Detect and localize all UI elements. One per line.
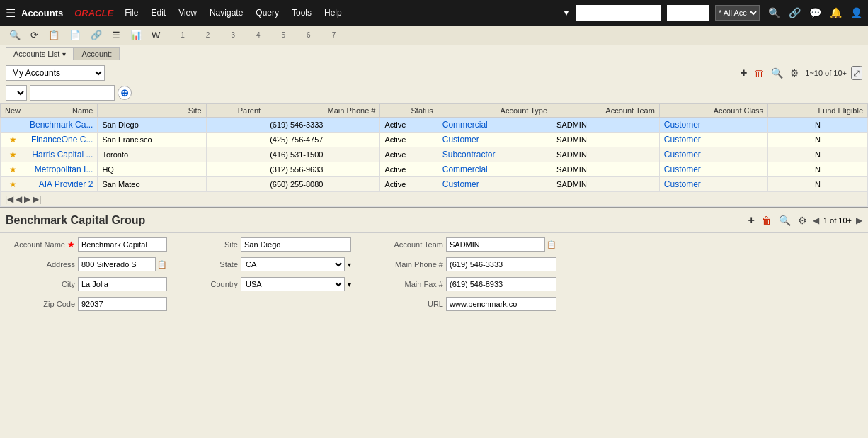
table-prev-btn[interactable]: ◀: [16, 194, 22, 204]
site-input[interactable]: [241, 237, 351, 252]
list-settings-btn[interactable]: ⚙: [789, 66, 801, 80]
nav-search-icon[interactable]: 🔍: [768, 7, 780, 18]
main-fax-label: Main Fax #: [379, 280, 443, 288]
tab-account[interactable]: Account:: [74, 47, 120, 60]
detail-settings-btn[interactable]: ⚙: [796, 213, 809, 228]
nav-account-select[interactable]: * All Acc: [715, 5, 760, 21]
nav-share-icon[interactable]: 🔗: [789, 7, 801, 18]
main-fax-input[interactable]: [446, 277, 556, 291]
account-name-input[interactable]: [78, 237, 167, 252]
nav-chat-icon[interactable]: 💬: [809, 7, 821, 18]
toolbar-word-btn[interactable]: W: [148, 28, 164, 43]
toolbar-find-btn[interactable]: 🔍: [6, 28, 24, 43]
city-input[interactable]: [78, 277, 167, 291]
oracle-logo: ORACLE: [74, 8, 113, 18]
row-site: San Francisco: [98, 133, 206, 147]
city-label: City: [11, 280, 75, 288]
list-search-btn[interactable]: 🔍: [770, 66, 784, 80]
row-main-phone: (619) 546-3333: [265, 118, 380, 133]
row-name[interactable]: AIA Provider 2: [25, 177, 98, 192]
tab-accounts-list-arrow[interactable]: ▾: [62, 50, 66, 58]
row-account-type: Customer: [438, 133, 552, 147]
row-name[interactable]: FinanceOne C...: [25, 133, 98, 147]
row-star[interactable]: [1, 118, 25, 133]
address-input[interactable]: [78, 257, 156, 271]
table-row[interactable]: ★ Metropolitan I... HQ (312) 556-9633 Ac…: [1, 162, 868, 177]
table-row[interactable]: ★ AIA Provider 2 San Mateo (650) 255-808…: [1, 177, 868, 192]
list-add-btn[interactable]: +: [739, 65, 748, 81]
filter-value-input[interactable]: [30, 85, 115, 101]
col-account-class: Account Class: [659, 104, 767, 118]
nav-search-input[interactable]: [576, 5, 661, 21]
row-star[interactable]: ★: [1, 133, 25, 147]
row-name[interactable]: Metropolitan I...: [25, 162, 98, 177]
row-name[interactable]: Benchmark Ca...: [25, 118, 98, 133]
detail-next-btn[interactable]: ▶: [856, 215, 862, 225]
row-account-team: SADMIN: [552, 177, 660, 192]
nav-menu-edit[interactable]: Edit: [151, 8, 166, 18]
tab-accounts-list[interactable]: Accounts List ▾: [6, 47, 74, 60]
toolbar: 🔍 ⟳ 📋 📄 🔗 ☰ 📊 W 1 2 3 4 5 6 7: [0, 26, 868, 45]
col-name: Name: [25, 104, 98, 118]
url-input[interactable]: [446, 297, 556, 311]
nav-user-icon[interactable]: 👤: [850, 7, 862, 18]
table-row[interactable]: ★ FinanceOne C... San Francisco (425) 75…: [1, 133, 868, 147]
col-account-team: Account Team: [552, 104, 660, 118]
toolbar-copy-btn[interactable]: 📋: [45, 28, 63, 43]
country-select[interactable]: USA: [241, 277, 345, 291]
main-phone-input[interactable]: [446, 257, 556, 271]
list-header: My Accounts All Accounts + 🗑 🔍 ⚙ 1~10 of…: [0, 62, 868, 84]
row-star[interactable]: ★: [1, 147, 25, 162]
nav-alert-icon[interactable]: 🔔: [830, 7, 842, 18]
row-site: Toronto: [98, 147, 206, 162]
state-select[interactable]: CA: [241, 257, 345, 271]
row-star[interactable]: ★: [1, 162, 25, 177]
account-name-row: Account Name ★: [11, 237, 167, 252]
filter-field-select[interactable]: ▾: [6, 85, 27, 101]
table-first-btn[interactable]: |◀: [5, 194, 13, 204]
hamburger-icon[interactable]: ☰: [6, 6, 16, 20]
detail-search-btn[interactable]: 🔍: [777, 213, 792, 228]
accounts-view-select[interactable]: My Accounts All Accounts: [6, 65, 105, 81]
nav-dropdown-arrow[interactable]: ▼: [562, 8, 571, 18]
nav-menu-help[interactable]: Help: [324, 8, 342, 18]
detail-page-count: 1 of 10+: [823, 216, 852, 225]
zip-label: Zip Code: [11, 300, 75, 308]
toolbar-refresh-btn[interactable]: ⟳: [27, 28, 42, 43]
address-icon[interactable]: 📋: [157, 260, 167, 269]
row-name[interactable]: Harris Capital ...: [25, 147, 98, 162]
nav-menu-view[interactable]: View: [178, 8, 197, 18]
table-last-btn[interactable]: ▶|: [33, 194, 41, 204]
state-dropdown-icon[interactable]: ▾: [348, 261, 351, 269]
filter-add-btn[interactable]: ⊕: [118, 86, 132, 100]
toolbar-list-btn[interactable]: ☰: [108, 28, 124, 43]
list-delete-btn[interactable]: 🗑: [753, 66, 765, 80]
main-phone-label: Main Phone #: [379, 260, 443, 269]
toolbar-chart-btn[interactable]: 📊: [127, 28, 145, 43]
nav-menu-navigate[interactable]: Navigate: [210, 8, 243, 18]
row-star[interactable]: ★: [1, 177, 25, 192]
row-account-type: Subcontractor: [438, 147, 552, 162]
toolbar-paste-btn[interactable]: 📄: [66, 28, 84, 43]
step-5: 5: [282, 31, 286, 39]
nav-search-input2[interactable]: [667, 5, 709, 21]
table-row[interactable]: Benchmark Ca... San Diego (619) 546-3333…: [1, 118, 868, 133]
form-col3: Account Team 📋 Main Phone # Main Fax # U…: [379, 237, 556, 314]
zip-input[interactable]: [78, 297, 167, 311]
nav-menu-query[interactable]: Query: [256, 8, 279, 18]
account-team-icon[interactable]: 📋: [547, 240, 556, 249]
nav-menu-file[interactable]: File: [125, 8, 138, 18]
row-account-class: Customer: [659, 177, 767, 192]
table-next-btn[interactable]: ▶: [24, 194, 30, 204]
detail-add-btn[interactable]: +: [747, 213, 756, 228]
table-row[interactable]: ★ Harris Capital ... Toronto (416) 531-1…: [1, 147, 868, 162]
toolbar-link-btn[interactable]: 🔗: [87, 28, 105, 43]
nav-menu-tools[interactable]: Tools: [292, 8, 312, 18]
list-expand-btn[interactable]: ⤢: [851, 66, 862, 80]
step-2: 2: [206, 31, 210, 39]
country-dropdown-icon[interactable]: ▾: [348, 281, 351, 288]
account-team-input[interactable]: [446, 237, 545, 252]
address-input-group: 📋: [78, 257, 167, 271]
detail-delete-btn[interactable]: 🗑: [760, 213, 773, 228]
detail-prev-btn[interactable]: ◀: [813, 215, 819, 225]
